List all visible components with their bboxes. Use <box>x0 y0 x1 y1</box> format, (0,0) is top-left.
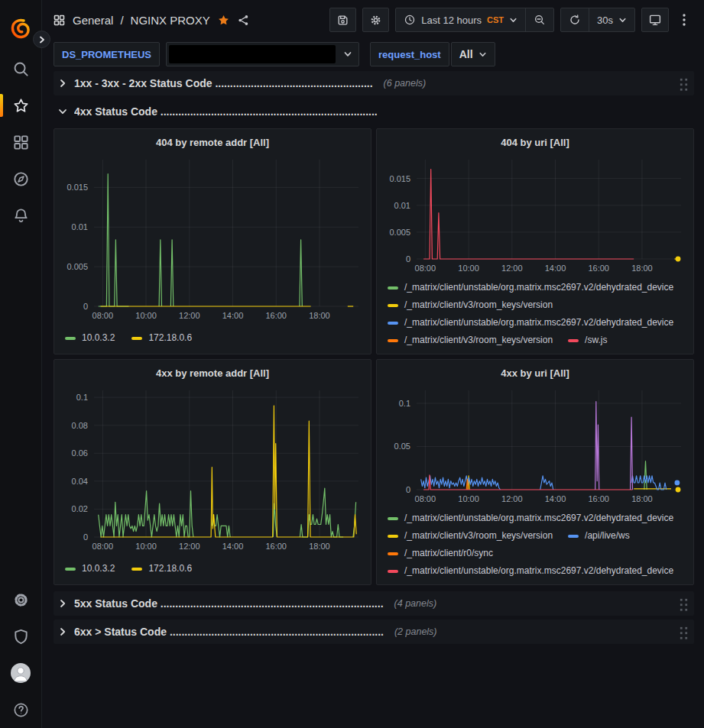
legend-item[interactable]: /_matrix/client/v3/room_keys/version <box>388 527 553 545</box>
save-dashboard-button[interactable] <box>329 8 356 32</box>
svg-text:18:00: 18:00 <box>631 264 653 273</box>
legend-series-color <box>388 339 398 342</box>
legend-series-name: /_matrix/client/v3/room_keys/version <box>404 296 553 314</box>
row-6xx[interactable]: 6xx > Status Code ......................… <box>54 620 694 644</box>
svg-text:0: 0 <box>83 532 88 542</box>
legend-series-color <box>568 535 579 538</box>
svg-text:0: 0 <box>83 302 88 311</box>
sidebar-item-profile[interactable] <box>0 655 42 691</box>
row-1xx-3xx-2xx[interactable]: 1xx - 3xx - 2xx Status Code ............… <box>54 71 694 95</box>
svg-text:16:00: 16:00 <box>588 264 609 273</box>
refresh-button[interactable] <box>561 8 589 31</box>
zoom-out-button[interactable] <box>525 8 553 31</box>
dashboard-content: 1xx - 3xx - 2xx Status Code ............… <box>42 69 704 728</box>
chart-legend: 10.0.3.2172.18.0.6 <box>60 554 365 581</box>
legend-item[interactable]: 172.18.0.6 <box>131 560 192 578</box>
breadcrumb-folder[interactable]: General <box>73 14 113 27</box>
timezone-label: CST <box>487 15 504 24</box>
svg-text:08:00: 08:00 <box>92 542 114 551</box>
row-title: 1xx - 3xx - 2xx Status Code ............… <box>74 77 373 89</box>
search-icon <box>12 60 30 78</box>
sidebar-item-starred[interactable] <box>0 87 42 124</box>
legend-series-name: 172.18.0.6 <box>148 329 192 347</box>
svg-text:0.04: 0.04 <box>72 477 88 486</box>
sidebar-item-help[interactable] <box>0 691 42 728</box>
chevron-down-icon <box>343 50 352 59</box>
row-5xx[interactable]: 5xx Status Code ........................… <box>54 591 694 616</box>
svg-text:0: 0 <box>406 485 410 494</box>
svg-text:0.005: 0.005 <box>67 262 88 271</box>
legend-item[interactable]: /api/live/ws <box>568 527 630 545</box>
sidebar-item-alerting[interactable] <box>0 197 42 234</box>
favorite-star-icon[interactable] <box>217 14 230 27</box>
chevron-down-icon <box>479 50 487 59</box>
chart-panel: 4xx by uri [All] 08:0010:0012:0014:0016:… <box>376 359 694 585</box>
legend-item[interactable]: /_matrix/client/v3/room_keys/version <box>388 332 553 349</box>
svg-text:14:00: 14:00 <box>545 494 566 503</box>
svg-text:0.08: 0.08 <box>72 421 88 430</box>
panel-header[interactable]: 404 by uri [All] <box>383 132 687 152</box>
legend-item[interactable]: /_matrix/client/unstable/org.matrix.msc2… <box>388 562 673 580</box>
row-4xx[interactable]: 4xx Status Code ........................… <box>54 99 694 124</box>
svg-text:0.05: 0.05 <box>394 442 410 451</box>
panel-header[interactable]: 4xx by uri [All] <box>383 363 687 383</box>
chart-plot[interactable]: 08:0010:0012:0014:0016:0018:0000.050.1 <box>383 383 688 506</box>
svg-text:08:00: 08:00 <box>415 264 436 273</box>
legend-item[interactable]: /sw.js <box>568 332 607 349</box>
legend-series-color <box>388 570 398 573</box>
legend-item[interactable]: 172.18.0.6 <box>131 329 192 347</box>
breadcrumb-dashboard[interactable]: NGINX PROXY <box>131 14 210 27</box>
legend-item[interactable]: 10.0.3.2 <box>65 560 115 578</box>
svg-text:10:00: 10:00 <box>458 264 479 273</box>
svg-text:14:00: 14:00 <box>222 542 244 551</box>
save-icon <box>336 14 349 27</box>
refresh-interval-picker[interactable]: 30s <box>589 8 634 31</box>
row-drag-handle-icon[interactable] <box>678 625 688 639</box>
legend-item[interactable]: /_matrix/client/v3/room_keys/version <box>388 296 553 314</box>
host-variable-value: All <box>459 48 473 60</box>
host-variable-label-box: request_host <box>370 42 449 66</box>
chart-plot[interactable]: 08:0010:0012:0014:0016:0018:0000.0050.01… <box>383 152 688 276</box>
svg-text:16:00: 16:00 <box>588 494 609 503</box>
breadcrumb: General / NGINX PROXY <box>53 14 250 27</box>
chart-plot[interactable]: 08:0010:0012:0014:0016:0018:0000.020.040… <box>60 383 365 554</box>
tv-mode-button[interactable] <box>641 8 669 32</box>
grafana-logo-icon <box>10 18 31 40</box>
legend-item[interactable]: /_matrix/client/unstable/org.matrix.msc2… <box>388 314 673 332</box>
legend-item[interactable]: /_matrix/client/unstable/org.matrix.msc2… <box>388 510 673 527</box>
share-icon[interactable] <box>237 14 250 27</box>
zoom-out-icon <box>534 14 546 26</box>
legend-series-color <box>131 337 142 340</box>
panel-title: 404 by uri [All] <box>501 137 569 148</box>
sidebar-expand-button[interactable] <box>33 31 50 48</box>
legend-series-name: 10.0.3.2 <box>82 329 115 347</box>
legend-item[interactable]: /_matrix/client/unstable/org.matrix.msc2… <box>388 279 673 296</box>
more-options-button[interactable] <box>675 8 693 32</box>
chart-legend: /_matrix/client/unstable/org.matrix.msc2… <box>383 506 687 581</box>
host-variable-select[interactable]: All <box>451 42 495 66</box>
row-title: 5xx Status Code ........................… <box>74 597 384 610</box>
sidebar-item-dashboards[interactable] <box>0 124 42 160</box>
svg-text:18:00: 18:00 <box>309 311 330 320</box>
apps-grid-icon <box>53 14 66 27</box>
chart-plot[interactable]: 08:0010:0012:0014:0016:0018:0000.0050.01… <box>60 152 365 323</box>
row-drag-handle-icon[interactable] <box>678 597 688 611</box>
legend-item[interactable]: /_matrix/client/r0/sync <box>388 545 493 562</box>
datasource-variable-label[interactable]: DS_PROMETHEUS <box>62 49 151 60</box>
sidebar-item-search[interactable] <box>0 50 42 87</box>
sidebar-item-configuration[interactable] <box>0 581 42 618</box>
row-panel-count: (2 panels) <box>394 626 437 637</box>
chevron-right-icon <box>38 36 46 44</box>
bell-icon <box>12 207 30 225</box>
panel-header[interactable]: 4xx by remote addr [All] <box>60 363 365 383</box>
sidebar-item-server-admin[interactable] <box>0 618 42 655</box>
host-variable-label[interactable]: request_host <box>378 49 441 60</box>
datasource-variable-select[interactable] <box>166 42 359 66</box>
dashboard-settings-button[interactable] <box>362 8 389 32</box>
row-drag-handle-icon[interactable] <box>678 76 688 91</box>
time-range-picker[interactable]: Last 12 hours CST <box>396 8 525 31</box>
apps-grid-icon <box>12 134 30 151</box>
sidebar-item-explore[interactable] <box>0 160 42 197</box>
panel-header[interactable]: 404 by remote addr [All] <box>60 132 365 152</box>
legend-item[interactable]: 10.0.3.2 <box>65 329 115 347</box>
